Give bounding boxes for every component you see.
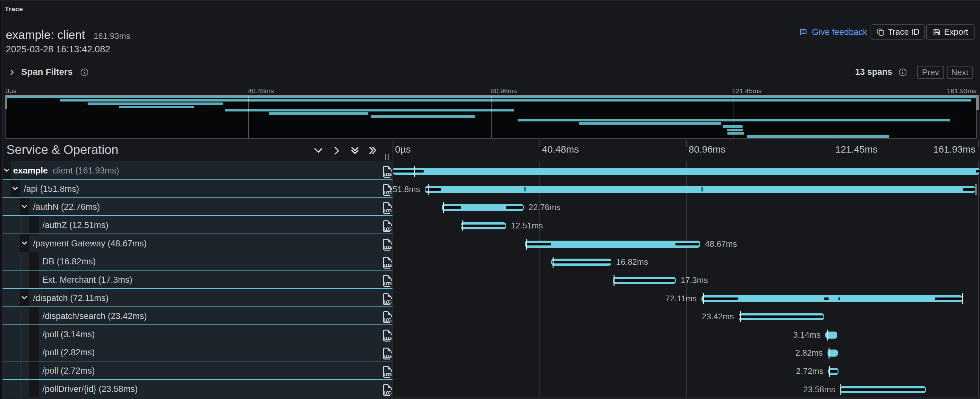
svg-text:LOG: LOG <box>384 354 392 359</box>
svg-text:LOG: LOG <box>384 390 392 396</box>
svg-text:LOG: LOG <box>384 245 392 250</box>
svg-text:LOG: LOG <box>384 318 392 322</box>
svg-text:LOG: LOG <box>384 172 392 177</box>
svg-text:LOG: LOG <box>384 299 392 305</box>
svg-text:LOG: LOG <box>384 372 392 377</box>
svg-text:LOG: LOG <box>384 281 392 286</box>
svg-text:LOG: LOG <box>384 336 392 341</box>
svg-text:LOG: LOG <box>384 208 392 213</box>
svg-text:LOG: LOG <box>384 263 392 268</box>
svg-text:LOG: LOG <box>384 227 392 231</box>
